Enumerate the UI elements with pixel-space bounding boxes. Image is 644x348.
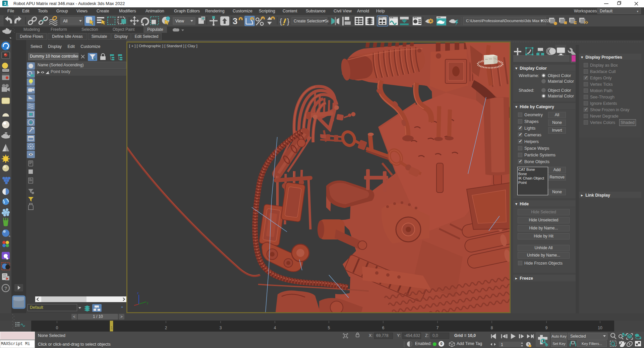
svg-text:z: z [137,291,139,295]
svg-text:7: 7 [436,326,439,330]
svg-text:1: 1 [501,342,503,347]
svg-text:5: 5 [328,326,330,330]
svg-text:10: 10 [598,326,602,330]
svg-text:»: » [121,305,123,309]
svg-text:3: 3 [4,1,6,6]
svg-text:8: 8 [491,326,493,330]
svg-text:C:\Users\Professional\Document: C:\Users\Professional\Documents\3ds Max … [466,19,549,23]
svg-text:1: 1 [111,326,113,330]
svg-text:y: y [147,301,149,304]
svg-text:All: All [63,19,67,23]
svg-text:{: { [280,17,282,25]
svg-text:2: 2 [165,326,167,330]
svg-text:}: } [287,17,289,25]
svg-text:View: View [175,19,184,23]
svg-text:9: 9 [545,326,548,330]
svg-text:6: 6 [382,326,385,330]
svg-text:0: 0 [56,326,58,330]
svg-text:3: 3 [220,326,222,330]
svg-text:4: 4 [274,326,276,330]
svg-text:?: ? [4,286,7,291]
svg-text:3: 3 [233,16,237,26]
